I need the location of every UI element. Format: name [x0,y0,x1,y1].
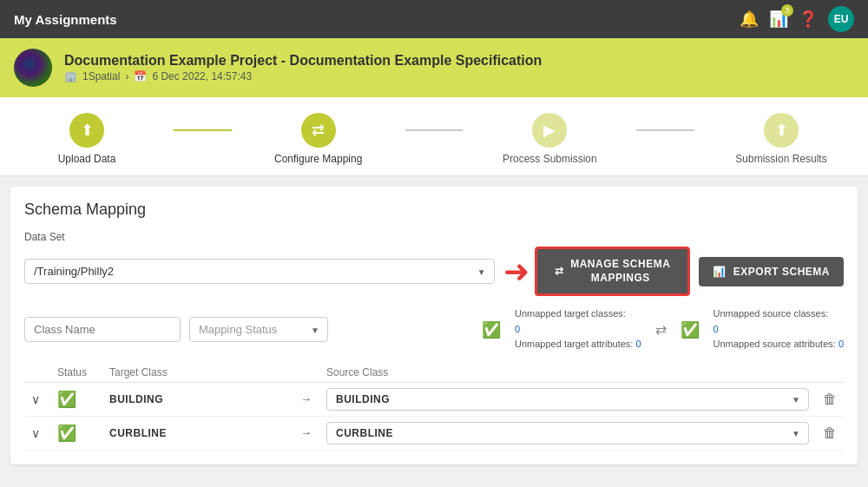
connector-2 [405,129,464,131]
swap-icon: ⇄ [555,265,564,279]
step-upload-label: Upload Data [58,153,116,165]
export-schema-button[interactable]: 📊 EXPORT SCHEMA [699,257,844,286]
source-select-wrapper: BUILDING [326,388,809,411]
unmapped-source-classes-value[interactable]: 0 [713,324,719,334]
chart-icon[interactable]: 📊 3 [769,10,788,29]
unmapped-source-classes: Unmapped source classes: 0 [713,306,844,337]
delete-row-button[interactable]: 🗑 [823,425,837,441]
exchange-icon: ⇄ [655,321,667,338]
expand-button[interactable]: ∨ [31,392,40,406]
step-results-label: Submission Results [735,153,826,165]
export-icon: 📊 [713,266,727,278]
dataset-label: Data Set [24,231,844,243]
project-title: Documentation Example Project - Document… [64,53,542,69]
chart-badge: 3 [781,4,793,16]
stepper: ⬆ Upload Data ⇄ Configure Mapping ▶ Proc… [0,97,868,176]
source-cell: CURBLINE [326,422,809,444]
step-configure[interactable]: ⇄ Configure Mapping [232,113,405,165]
user-avatar[interactable]: EU [828,6,854,32]
section-title: Schema Mapping [24,201,844,219]
col-status-header: Status [50,363,102,383]
mapping-arrow-icon: → [300,392,312,405]
step-process-circle: ▶ [532,113,567,148]
expand-button[interactable]: ∨ [31,426,40,440]
mapping-status-filter-wrapper: Mapping Status [189,317,328,342]
red-arrow-indicator: ➜ [503,253,529,290]
target-stats: Unmapped target classes: 0 Unmapped targ… [515,306,641,352]
delete-row-button[interactable]: 🗑 [823,392,837,407]
step-process[interactable]: ▶ Process Submission [463,113,636,165]
step-configure-circle: ⇄ [301,113,336,148]
class-name-filter[interactable] [24,317,181,342]
export-btn-label: EXPORT SCHEMA [733,266,830,278]
status-check-icon: ✅ [57,424,76,442]
project-thumbnail [14,49,52,87]
manage-schema-mappings-button[interactable]: ⇄ MANAGE SCHEMAMAPPINGS [535,247,691,296]
table-row: ∨ ✅ BUILDING → BUILDING 🗑 [24,382,844,416]
calendar-icon: 📅 [134,70,147,82]
col-target-header: Target Class [102,363,293,383]
source-class-select[interactable]: BUILDING [326,388,809,411]
mapping-status-filter[interactable]: Mapping Status [189,317,328,342]
target-check-icon: ✅ [482,320,501,339]
schema-mapping-panel: Schema Mapping Data Set /Training/Philly… [10,187,858,464]
connector-1 [174,129,232,131]
dataset-row: /Training/Philly2 ➜ ⇄ MANAGE SCHEMAMAPPI… [24,247,844,296]
target-class-name: CURBLINE [109,427,167,439]
unmapped-target-classes-value[interactable]: 0 [515,324,520,334]
dataset-select-wrapper: /Training/Philly2 [24,259,495,284]
mapping-arrow-icon: → [300,426,312,439]
source-class-select[interactable]: CURBLINE [326,422,809,444]
connector-3 [636,129,694,131]
project-banner: Documentation Example Project - Document… [0,38,868,97]
help-icon[interactable]: ❓ [799,10,818,29]
project-meta: 🏢 1Spatial › 📅 6 Dec 2022, 14:57:43 [64,70,542,82]
step-upload-circle: ⬆ [69,113,104,148]
col-source-header: Source Class [319,363,816,383]
col-delete-header [816,363,844,383]
source-select-wrapper: CURBLINE [326,422,809,444]
app-title: My Assignments [14,12,117,27]
table-row: ∨ ✅ CURBLINE → CURBLINE 🗑 [24,416,844,450]
building-icon: 🏢 [64,70,77,82]
unmapped-target-attributes-value[interactable]: 0 [635,339,641,349]
chevron-icon: › [125,70,128,82]
app-header: My Assignments 🔔 📊 3 ❓ EU [0,0,868,38]
step-results-circle: ⬆ [764,113,799,148]
step-upload[interactable]: ⬆ Upload Data [0,113,174,165]
unmapped-source-attributes: Unmapped source attributes: 0 [713,337,844,352]
bell-icon[interactable]: 🔔 [740,10,759,29]
dataset-select[interactable]: /Training/Philly2 [24,259,495,284]
col-expand [24,363,50,383]
source-check-icon: ✅ [681,320,700,339]
project-org: 1Spatial [82,70,120,82]
dataset-select-area: /Training/Philly2 [24,259,495,284]
step-results[interactable]: ⬆ Submission Results [694,113,868,165]
filter-row: Mapping Status ✅ Unmapped target classes… [24,306,844,352]
header-actions: 🔔 📊 3 ❓ EU [740,6,854,32]
mapping-table: Status Target Class Source Class ∨ ✅ BUI… [24,363,844,451]
project-date: 6 Dec 2022, 14:57:43 [152,70,252,82]
unmapped-target-attributes: Unmapped target attributes: 0 [515,337,641,352]
unmapped-source-attributes-value[interactable]: 0 [838,339,844,349]
stats-area: ✅ Unmapped target classes: 0 Unmapped ta… [482,306,844,352]
target-class-name: BUILDING [109,393,163,405]
step-configure-label: Configure Mapping [274,153,362,165]
step-process-label: Process Submission [503,153,597,165]
status-check-icon: ✅ [57,391,76,408]
source-stats: Unmapped source classes: 0 Unmapped sour… [713,306,844,352]
source-cell: BUILDING [326,388,809,411]
unmapped-target-classes-label: Unmapped target classes: 0 [515,306,641,337]
col-arrow-header [293,363,319,383]
project-info: Documentation Example Project - Document… [64,53,542,82]
manage-btn-label: MANAGE SCHEMAMAPPINGS [570,258,670,285]
